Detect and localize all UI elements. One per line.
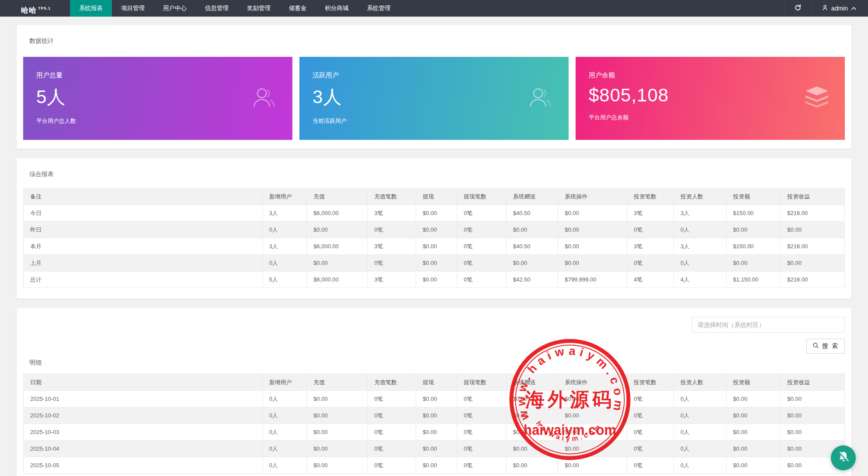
table-cell: $0.00: [416, 205, 457, 222]
column-header: 投资人数: [674, 374, 726, 391]
column-header: 新增用户: [262, 188, 306, 205]
table-cell: 0人: [262, 407, 306, 424]
table-row: 2025-10-040人$0.000笔$0.000笔$0.00$0.000笔0人…: [24, 441, 845, 457]
table-cell: $0.00: [558, 407, 627, 424]
column-header: 投资笔数: [627, 374, 674, 391]
table-cell: 0笔: [368, 441, 416, 457]
table-cell: 3笔: [368, 271, 416, 288]
table-cell: 0笔: [627, 407, 674, 424]
table-cell: 0笔: [457, 424, 507, 441]
nav-item[interactable]: 系统报表: [70, 0, 112, 17]
table-cell: $40.50: [506, 238, 558, 255]
stat-value: 5人: [36, 85, 279, 109]
table-cell: $42.50: [506, 271, 558, 288]
table-cell: $0.00: [307, 407, 368, 424]
stat-title: 用户总量: [36, 71, 279, 80]
table-cell: $0.00: [726, 424, 781, 441]
table-cell: 0笔: [457, 238, 507, 255]
nav-item[interactable]: 积分商城: [316, 0, 358, 17]
stat-value: $805,108: [589, 85, 832, 106]
table-row: 今日3人$6,000.003笔$0.000笔$40.50$0.003笔3人$15…: [24, 205, 845, 222]
table-cell: $150.00: [726, 205, 781, 222]
table-cell: 3人: [262, 238, 306, 255]
column-header: 投资额: [726, 188, 781, 205]
table-cell: 0人: [674, 391, 726, 407]
table-cell: $0.00: [726, 255, 781, 271]
column-header: 投资笔数: [627, 188, 674, 205]
table-cell: $216.00: [781, 271, 845, 288]
user-menu[interactable]: admin: [812, 0, 868, 17]
table-row: 昨日0人$0.000笔$0.000笔$0.00$0.000笔0人$0.00$0.…: [24, 222, 845, 238]
column-header: 投资人数: [674, 188, 726, 205]
stats-card: 数据统计 用户总量 5人 平台用户总人数 活跃用户 3人 当前活跃用户: [17, 25, 851, 149]
table-cell: $0.00: [416, 255, 457, 271]
column-header: 系统操作: [558, 374, 627, 391]
table-cell: $0.00: [506, 255, 558, 271]
table-cell: 0笔: [368, 424, 416, 441]
table-cell: 3笔: [368, 238, 416, 255]
table-cell: $0.00: [307, 222, 368, 238]
table-cell: $0.00: [307, 255, 368, 271]
table-cell: $0.00: [506, 457, 558, 474]
stat-title: 用户余额: [589, 71, 832, 80]
refresh-button[interactable]: [784, 0, 812, 17]
table-cell: $40.50: [506, 205, 558, 222]
table-cell: 0笔: [368, 222, 416, 238]
table-row: 2025-10-020人$0.000笔$0.000笔$0.00$0.000笔0人…: [24, 407, 845, 424]
table-cell: 0笔: [457, 205, 507, 222]
table-cell: 上月: [24, 255, 263, 271]
table-cell: 2025-10-01: [24, 391, 263, 407]
nav-item[interactable]: 系统管理: [358, 0, 400, 17]
table-cell: 本月: [24, 238, 263, 255]
person-icon: [822, 4, 828, 12]
table-cell: $0.00: [558, 238, 627, 255]
column-header: 系统赠送: [506, 188, 558, 205]
table-cell: $0.00: [781, 255, 845, 271]
refresh-icon: [794, 4, 802, 13]
table-row: 2025-10-030人$0.000笔$0.000笔$0.00$0.000笔0人…: [24, 424, 845, 441]
table-cell: 2025-10-05: [24, 457, 263, 474]
nav-item[interactable]: 信息管理: [196, 0, 238, 17]
table-cell: $216.00: [781, 205, 845, 222]
time-range-input[interactable]: [692, 317, 845, 333]
search-button[interactable]: 搜 索: [806, 339, 845, 354]
table-cell: 0笔: [368, 391, 416, 407]
report-card: 综合报表 备注新增用户充值充值笔数提现提现笔数系统赠送系统操作投资笔数投资人数投…: [17, 158, 851, 299]
table-cell: 2025-10-04: [24, 441, 263, 457]
table-cell: 0笔: [368, 407, 416, 424]
table-cell: 0人: [262, 222, 306, 238]
table-cell: 0人: [262, 441, 306, 457]
table-cell: 3人: [674, 205, 726, 222]
stat-subtitle: 当前活跃用户: [312, 117, 556, 125]
table-cell: $0.00: [558, 222, 627, 238]
nav-item[interactable]: 项目管理: [112, 0, 154, 17]
nav-item[interactable]: 储蓄金: [280, 0, 316, 17]
table-cell: 0笔: [627, 222, 674, 238]
table-cell: $0.00: [506, 424, 558, 441]
table-cell: 0笔: [457, 255, 507, 271]
table-cell: 5人: [262, 271, 306, 288]
table-cell: $0.00: [416, 391, 457, 407]
column-header: 投资收益: [781, 374, 845, 391]
table-row: 本月3人$6,000.003笔$0.000笔$40.50$0.003笔3人$15…: [24, 238, 845, 255]
nav-item[interactable]: 用户中心: [154, 0, 196, 17]
table-cell: $0.00: [416, 457, 457, 474]
nav-item[interactable]: 奖励管理: [238, 0, 280, 17]
table-cell: 0人: [674, 424, 726, 441]
table-cell: 3人: [262, 205, 306, 222]
table-cell: $0.00: [558, 441, 627, 457]
table-row: 上月0人$0.000笔$0.000笔$0.00$0.000笔0人$0.00$0.…: [24, 255, 845, 271]
table-cell: $0.00: [781, 222, 845, 238]
table-cell: 0笔: [368, 255, 416, 271]
column-header: 充值: [307, 188, 368, 205]
notification-toggle-button[interactable]: [831, 445, 856, 470]
table-cell: 0笔: [457, 391, 507, 407]
table-cell: $150.00: [726, 238, 781, 255]
table-cell: 3笔: [368, 205, 416, 222]
table-cell: 2025-10-02: [24, 407, 263, 424]
stat-box-user-balance: 用户余额 $805,108 平台用户总余额: [576, 57, 845, 140]
table-cell: 0笔: [627, 255, 674, 271]
column-header: 日期: [24, 374, 263, 391]
detail-section-title: 明细: [23, 359, 845, 367]
table-cell: $0.00: [558, 205, 627, 222]
